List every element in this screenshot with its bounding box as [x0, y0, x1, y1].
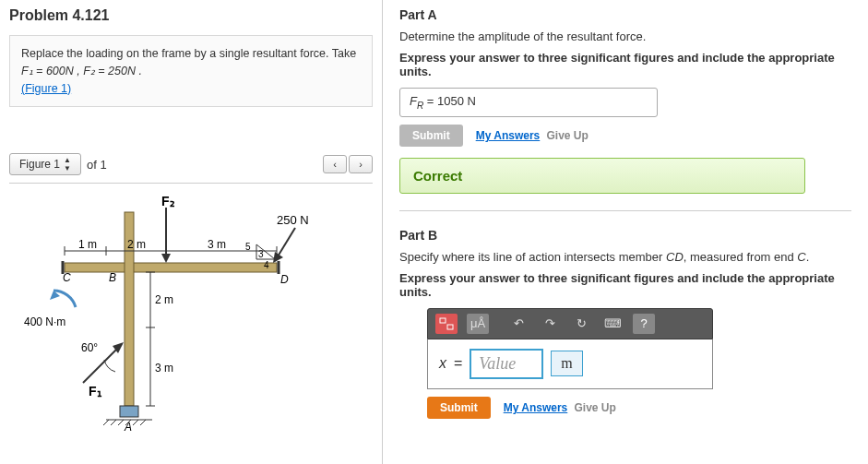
instruction-values: F₁ = 600N , F₂ = 250N .: [21, 65, 142, 77]
svg-text:400 N·m: 400 N·m: [24, 315, 65, 328]
svg-line-5: [111, 420, 116, 425]
undo-icon[interactable]: ↶: [507, 314, 529, 334]
part-b-value-input[interactable]: Value: [470, 349, 543, 379]
part-b-desc: Specify where its line of action interse…: [399, 250, 851, 264]
part-b-my-answers-link[interactable]: My Answers: [504, 401, 568, 414]
svg-rect-48: [440, 318, 446, 323]
svg-text:3 m: 3 m: [208, 238, 226, 251]
svg-text:C: C: [63, 271, 71, 284]
svg-rect-0: [65, 263, 277, 272]
part-b-title: Part B: [399, 228, 851, 243]
part-a-giveup-link[interactable]: Give Up: [547, 129, 589, 142]
instruction-box: Replace the loading on the frame by a si…: [9, 35, 373, 107]
svg-text:B: B: [109, 271, 116, 284]
part-a-answer-box: FR = 1050 N: [399, 88, 658, 117]
answer-eq: =: [423, 94, 437, 108]
svg-text:D: D: [280, 273, 289, 286]
part-a-title: Part A: [399, 7, 851, 22]
svg-rect-49: [447, 325, 453, 329]
part-b-hint: Express your answer to three significant…: [399, 271, 851, 299]
eq-sign: =: [454, 355, 462, 372]
part-b-giveup-link[interactable]: Give Up: [575, 401, 616, 414]
svg-text:2 m: 2 m: [127, 238, 146, 251]
updown-icon: ▲▼: [64, 156, 71, 173]
figure-label: Figure 1: [19, 158, 60, 171]
svg-text:60°: 60°: [81, 341, 98, 354]
svg-text:250 N: 250 N: [277, 213, 309, 227]
redo-icon[interactable]: ↷: [539, 314, 561, 334]
svg-line-4: [103, 420, 109, 425]
figure-next-button[interactable]: ›: [349, 155, 373, 173]
part-a-correct-badge: Correct: [399, 158, 805, 194]
units-tool-button[interactable]: μÅ: [467, 314, 489, 334]
answer-var: F: [410, 94, 417, 108]
figure-selector[interactable]: Figure 1 ▲▼: [9, 153, 81, 175]
svg-text:A: A: [124, 421, 132, 434]
part-a-hint: Express your answer to three significant…: [399, 51, 851, 78]
svg-text:3 m: 3 m: [155, 362, 173, 375]
figure-prev-button[interactable]: ‹: [323, 155, 347, 173]
part-b-var: x: [439, 355, 446, 372]
part-b-unit-input[interactable]: m: [551, 351, 582, 376]
svg-line-6: [118, 420, 124, 425]
answer-val: 1050 N: [437, 94, 476, 108]
svg-text:1 m: 1 m: [78, 238, 97, 251]
svg-text:2 m: 2 m: [155, 293, 173, 306]
svg-line-9: [140, 420, 146, 425]
part-b-submit-button[interactable]: Submit: [427, 397, 491, 419]
svg-text:5: 5: [245, 242, 251, 252]
help-icon[interactable]: ?: [633, 314, 655, 334]
problem-title: Problem 4.121: [9, 7, 373, 24]
equation-toolbar: μÅ ↶ ↷ ↻ ⌨ ?: [427, 308, 713, 339]
svg-rect-2: [120, 406, 138, 417]
figure-image: 5 3 4 F₂ 250 N: [9, 183, 373, 441]
svg-text:4: 4: [264, 260, 269, 270]
keyboard-icon[interactable]: ⌨: [601, 314, 624, 334]
part-a-submit-button[interactable]: Submit: [399, 125, 463, 147]
part-b-input-row: x = Value m: [427, 339, 713, 389]
reset-icon[interactable]: ↻: [570, 314, 592, 334]
figure-count: of 1: [87, 158, 107, 172]
svg-text:F₁: F₁: [89, 384, 102, 399]
figure-link[interactable]: (Figure 1): [21, 82, 71, 95]
svg-line-8: [133, 420, 138, 425]
instruction-text: Replace the loading on the frame by a si…: [21, 47, 356, 60]
svg-text:F₂: F₂: [161, 194, 175, 208]
fraction-tool-icon[interactable]: [435, 314, 458, 334]
part-a-desc: Determine the amplitude of the resultant…: [399, 30, 851, 43]
part-a-my-answers-link[interactable]: My Answers: [476, 129, 541, 142]
